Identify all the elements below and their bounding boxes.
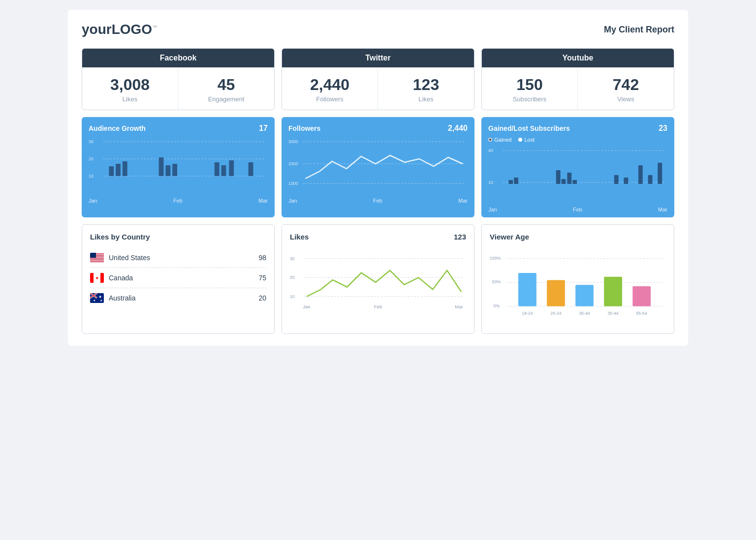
facebook-stats: 3,008 Likes 45 Engagement [82,67,274,110]
country-us-count: 98 [258,254,266,262]
svg-text:100%: 100% [490,256,501,261]
facebook-engagement-label: Engagement [186,95,266,103]
svg-rect-43 [90,260,104,261]
flag-ca-icon: ✦ [90,273,104,283]
logo-tm: ™ [152,25,157,30]
facebook-header: Facebook [82,49,274,67]
country-row-us: United States 98 [90,248,266,268]
gained-dot [488,138,492,142]
svg-rect-13 [221,165,226,176]
svg-text:50%: 50% [492,279,501,284]
twitter-followers-value: 2,440 [290,76,370,93]
twitter-followers-label: Followers [290,95,370,103]
country-au-count: 20 [258,294,266,302]
svg-text:★: ★ [93,299,95,302]
svg-rect-77 [575,285,594,306]
facebook-engagement-value: 45 [186,76,266,93]
country-au-name: Australia [109,294,135,302]
country-left-us: United States [90,253,150,263]
twitter-section: Twitter 2,440 Followers 123 Likes [282,48,474,110]
audience-growth-chart: 30 20 10 [89,137,268,196]
flag-us-icon [90,253,104,263]
likes-by-country-title: Likes by Country [90,233,266,241]
likes-chart-card: Likes 123 30 20 10 Jan Feb Mar [282,224,474,334]
facebook-likes-box: 3,008 Likes [82,67,178,110]
followers-chart-value: 2,440 [448,124,468,133]
svg-rect-14 [229,160,234,176]
followers-chart-area: 3000 2000 1000 [288,137,468,196]
svg-rect-73 [518,273,536,306]
twitter-followers-box: 2,440 Followers [282,67,378,110]
svg-text:10: 10 [488,180,493,185]
svg-rect-47 [90,273,94,283]
country-row-ca: ✦ Canada 75 [90,268,266,288]
svg-text:✦: ✦ [95,275,99,281]
svg-text:30: 30 [89,139,94,144]
svg-rect-26 [508,180,513,184]
svg-text:20: 20 [290,275,295,280]
audience-growth-value: 17 [259,124,268,133]
country-ca-name: Canada [109,274,133,282]
logo-bold: LOGO [112,22,152,37]
report-title: My Client Report [604,25,674,35]
svg-text:10: 10 [290,294,295,299]
subscribers-chart-header: Gained/Lost Subscribers 23 [488,124,667,133]
fc-mar-label: Mar [458,198,468,204]
bottom-row: Likes by Country United Stat [82,224,674,334]
audience-growth-card: Audience Growth 17 30 20 10 [82,117,275,217]
country-left-ca: ✦ Canada [90,273,133,283]
svg-rect-45 [90,253,96,258]
gained-legend: Gained [488,137,511,143]
svg-rect-12 [215,162,220,176]
youtube-subscribers-box: 150 Subscribers [482,67,578,110]
svg-text:18-24: 18-24 [522,311,533,316]
svg-text:25-24: 25-24 [550,311,561,316]
logo: yourLOGO™ [82,22,157,37]
svg-text:0%: 0% [494,303,500,308]
audience-growth-title: Audience Growth [89,124,146,132]
svg-rect-27 [514,178,518,184]
followers-svg: 3000 2000 1000 [288,137,468,196]
platforms-row: Facebook 3,008 Likes 45 Engagement Twitt… [82,48,674,110]
charts-row: Audience Growth 17 30 20 10 [82,117,674,217]
svg-text:10: 10 [89,174,94,179]
audience-growth-footer: Jan Feb Mar [89,198,268,204]
sc-mar-label: Mar [658,207,667,212]
lost-dot [518,138,522,142]
svg-rect-33 [624,178,628,184]
twitter-header: Twitter [282,49,474,67]
svg-text:1000: 1000 [288,181,298,186]
subscribers-chart-area: 40 10 [488,146,667,205]
country-left-au: ★ ★ ★ Australia [90,293,135,303]
facebook-engagement-box: 45 Engagement [178,67,274,110]
svg-text:Jan: Jan [303,304,311,309]
youtube-views-label: Views [586,95,666,103]
flag-au-icon: ★ ★ ★ [90,293,104,303]
audience-growth-header: Audience Growth 17 [89,124,268,133]
viewer-age-card: Viewer Age 100% 50% 0% 18-24 25-24 35 [481,224,674,334]
twitter-stats: 2,440 Followers 123 Likes [282,67,474,110]
svg-rect-28 [556,170,561,184]
country-ca-count: 75 [258,274,266,282]
youtube-subscribers-label: Subscribers [490,95,569,103]
svg-rect-75 [547,280,565,306]
youtube-header: Youtube [482,49,674,67]
svg-text:2000: 2000 [288,161,298,166]
page-container: yourLOGO™ My Client Report Facebook 3,00… [68,10,688,346]
svg-rect-42 [90,259,104,260]
lost-legend: Lost [518,137,535,143]
svg-rect-15 [249,162,253,176]
fc-jan-label: Jan [288,198,297,204]
facebook-likes-label: Likes [90,95,170,103]
subscribers-chart-footer: Jan Feb Mar [488,207,667,212]
facebook-likes-value: 3,008 [90,76,170,93]
youtube-section: Youtube 150 Subscribers 742 Views [481,48,674,110]
ag-mar-label: Mar [258,198,268,204]
twitter-likes-box: 123 Likes [378,67,474,110]
facebook-section: Facebook 3,008 Likes 45 Engagement [82,48,275,110]
svg-rect-9 [159,157,164,176]
audience-growth-svg: 30 20 10 [89,137,268,196]
svg-rect-35 [648,175,653,184]
likes-svg: 30 20 10 Jan Feb Mar [290,248,466,317]
svg-rect-48 [100,273,104,283]
